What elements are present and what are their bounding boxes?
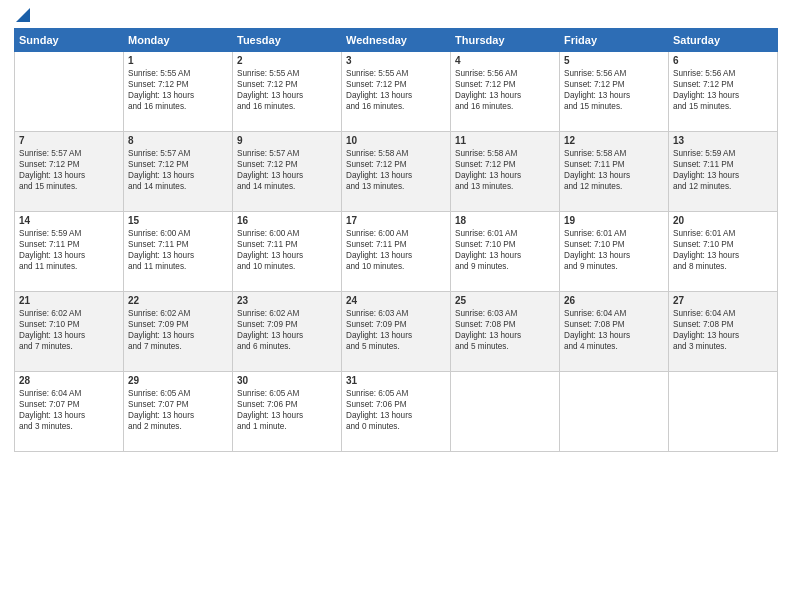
- calendar-cell: 12Sunrise: 5:58 AM Sunset: 7:11 PM Dayli…: [560, 132, 669, 212]
- day-number: 21: [19, 295, 119, 306]
- day-number: 17: [346, 215, 446, 226]
- cell-info: Sunrise: 5:58 AM Sunset: 7:12 PM Dayligh…: [346, 148, 446, 192]
- day-number: 30: [237, 375, 337, 386]
- calendar-cell: 16Sunrise: 6:00 AM Sunset: 7:11 PM Dayli…: [233, 212, 342, 292]
- page-container: Sunday Monday Tuesday Wednesday Thursday…: [0, 0, 792, 460]
- calendar-week-row: 1Sunrise: 5:55 AM Sunset: 7:12 PM Daylig…: [15, 52, 778, 132]
- calendar-week-row: 14Sunrise: 5:59 AM Sunset: 7:11 PM Dayli…: [15, 212, 778, 292]
- cell-info: Sunrise: 5:57 AM Sunset: 7:12 PM Dayligh…: [19, 148, 119, 192]
- header-saturday: Saturday: [669, 29, 778, 52]
- svg-marker-0: [16, 8, 30, 22]
- calendar-cell: 1Sunrise: 5:55 AM Sunset: 7:12 PM Daylig…: [124, 52, 233, 132]
- day-number: 9: [237, 135, 337, 146]
- calendar-cell: 22Sunrise: 6:02 AM Sunset: 7:09 PM Dayli…: [124, 292, 233, 372]
- calendar-cell: 21Sunrise: 6:02 AM Sunset: 7:10 PM Dayli…: [15, 292, 124, 372]
- cell-info: Sunrise: 6:04 AM Sunset: 7:08 PM Dayligh…: [564, 308, 664, 352]
- day-number: 22: [128, 295, 228, 306]
- calendar-cell: 31Sunrise: 6:05 AM Sunset: 7:06 PM Dayli…: [342, 372, 451, 452]
- day-number: 12: [564, 135, 664, 146]
- calendar-body: 1Sunrise: 5:55 AM Sunset: 7:12 PM Daylig…: [15, 52, 778, 452]
- calendar-cell: 4Sunrise: 5:56 AM Sunset: 7:12 PM Daylig…: [451, 52, 560, 132]
- cell-info: Sunrise: 6:05 AM Sunset: 7:06 PM Dayligh…: [237, 388, 337, 432]
- calendar-header: Sunday Monday Tuesday Wednesday Thursday…: [15, 29, 778, 52]
- cell-info: Sunrise: 6:05 AM Sunset: 7:06 PM Dayligh…: [346, 388, 446, 432]
- calendar-cell: 15Sunrise: 6:00 AM Sunset: 7:11 PM Dayli…: [124, 212, 233, 292]
- logo: [14, 12, 30, 22]
- calendar-cell: 10Sunrise: 5:58 AM Sunset: 7:12 PM Dayli…: [342, 132, 451, 212]
- calendar-cell: [669, 372, 778, 452]
- day-number: 27: [673, 295, 773, 306]
- day-number: 6: [673, 55, 773, 66]
- calendar-cell: 5Sunrise: 5:56 AM Sunset: 7:12 PM Daylig…: [560, 52, 669, 132]
- cell-info: Sunrise: 5:58 AM Sunset: 7:11 PM Dayligh…: [564, 148, 664, 192]
- cell-info: Sunrise: 5:57 AM Sunset: 7:12 PM Dayligh…: [128, 148, 228, 192]
- calendar-cell: [451, 372, 560, 452]
- day-number: 8: [128, 135, 228, 146]
- day-number: 14: [19, 215, 119, 226]
- cell-info: Sunrise: 5:59 AM Sunset: 7:11 PM Dayligh…: [673, 148, 773, 192]
- calendar-cell: [15, 52, 124, 132]
- day-number: 2: [237, 55, 337, 66]
- cell-info: Sunrise: 6:04 AM Sunset: 7:07 PM Dayligh…: [19, 388, 119, 432]
- day-number: 19: [564, 215, 664, 226]
- calendar-cell: 2Sunrise: 5:55 AM Sunset: 7:12 PM Daylig…: [233, 52, 342, 132]
- cell-info: Sunrise: 6:04 AM Sunset: 7:08 PM Dayligh…: [673, 308, 773, 352]
- cell-info: Sunrise: 6:03 AM Sunset: 7:09 PM Dayligh…: [346, 308, 446, 352]
- header-sunday: Sunday: [15, 29, 124, 52]
- day-number: 26: [564, 295, 664, 306]
- day-number: 16: [237, 215, 337, 226]
- cell-info: Sunrise: 6:01 AM Sunset: 7:10 PM Dayligh…: [564, 228, 664, 272]
- cell-info: Sunrise: 5:55 AM Sunset: 7:12 PM Dayligh…: [237, 68, 337, 112]
- day-number: 13: [673, 135, 773, 146]
- day-number: 5: [564, 55, 664, 66]
- cell-info: Sunrise: 6:01 AM Sunset: 7:10 PM Dayligh…: [673, 228, 773, 272]
- day-number: 15: [128, 215, 228, 226]
- cell-info: Sunrise: 5:55 AM Sunset: 7:12 PM Dayligh…: [128, 68, 228, 112]
- calendar-cell: 30Sunrise: 6:05 AM Sunset: 7:06 PM Dayli…: [233, 372, 342, 452]
- calendar-cell: 27Sunrise: 6:04 AM Sunset: 7:08 PM Dayli…: [669, 292, 778, 372]
- day-number: 20: [673, 215, 773, 226]
- header: [14, 12, 778, 22]
- cell-info: Sunrise: 6:03 AM Sunset: 7:08 PM Dayligh…: [455, 308, 555, 352]
- calendar-cell: 26Sunrise: 6:04 AM Sunset: 7:08 PM Dayli…: [560, 292, 669, 372]
- calendar-cell: 28Sunrise: 6:04 AM Sunset: 7:07 PM Dayli…: [15, 372, 124, 452]
- cell-info: Sunrise: 5:55 AM Sunset: 7:12 PM Dayligh…: [346, 68, 446, 112]
- calendar-cell: 23Sunrise: 6:02 AM Sunset: 7:09 PM Dayli…: [233, 292, 342, 372]
- cell-info: Sunrise: 5:59 AM Sunset: 7:11 PM Dayligh…: [19, 228, 119, 272]
- day-number: 4: [455, 55, 555, 66]
- logo-icon: [16, 8, 30, 22]
- day-number: 23: [237, 295, 337, 306]
- day-number: 28: [19, 375, 119, 386]
- calendar-cell: 3Sunrise: 5:55 AM Sunset: 7:12 PM Daylig…: [342, 52, 451, 132]
- calendar-cell: 18Sunrise: 6:01 AM Sunset: 7:10 PM Dayli…: [451, 212, 560, 292]
- weekday-header-row: Sunday Monday Tuesday Wednesday Thursday…: [15, 29, 778, 52]
- day-number: 31: [346, 375, 446, 386]
- cell-info: Sunrise: 6:00 AM Sunset: 7:11 PM Dayligh…: [128, 228, 228, 272]
- calendar-cell: 8Sunrise: 5:57 AM Sunset: 7:12 PM Daylig…: [124, 132, 233, 212]
- calendar-week-row: 28Sunrise: 6:04 AM Sunset: 7:07 PM Dayli…: [15, 372, 778, 452]
- cell-info: Sunrise: 6:01 AM Sunset: 7:10 PM Dayligh…: [455, 228, 555, 272]
- calendar-cell: 29Sunrise: 6:05 AM Sunset: 7:07 PM Dayli…: [124, 372, 233, 452]
- calendar-cell: 25Sunrise: 6:03 AM Sunset: 7:08 PM Dayli…: [451, 292, 560, 372]
- calendar-cell: 6Sunrise: 5:56 AM Sunset: 7:12 PM Daylig…: [669, 52, 778, 132]
- calendar-cell: 13Sunrise: 5:59 AM Sunset: 7:11 PM Dayli…: [669, 132, 778, 212]
- cell-info: Sunrise: 6:02 AM Sunset: 7:10 PM Dayligh…: [19, 308, 119, 352]
- header-monday: Monday: [124, 29, 233, 52]
- day-number: 11: [455, 135, 555, 146]
- calendar-cell: 7Sunrise: 5:57 AM Sunset: 7:12 PM Daylig…: [15, 132, 124, 212]
- day-number: 3: [346, 55, 446, 66]
- day-number: 1: [128, 55, 228, 66]
- header-wednesday: Wednesday: [342, 29, 451, 52]
- cell-info: Sunrise: 6:05 AM Sunset: 7:07 PM Dayligh…: [128, 388, 228, 432]
- day-number: 29: [128, 375, 228, 386]
- cell-info: Sunrise: 6:02 AM Sunset: 7:09 PM Dayligh…: [237, 308, 337, 352]
- day-number: 10: [346, 135, 446, 146]
- cell-info: Sunrise: 5:58 AM Sunset: 7:12 PM Dayligh…: [455, 148, 555, 192]
- cell-info: Sunrise: 5:57 AM Sunset: 7:12 PM Dayligh…: [237, 148, 337, 192]
- header-friday: Friday: [560, 29, 669, 52]
- cell-info: Sunrise: 5:56 AM Sunset: 7:12 PM Dayligh…: [673, 68, 773, 112]
- calendar-cell: 24Sunrise: 6:03 AM Sunset: 7:09 PM Dayli…: [342, 292, 451, 372]
- calendar-week-row: 7Sunrise: 5:57 AM Sunset: 7:12 PM Daylig…: [15, 132, 778, 212]
- calendar-cell: 9Sunrise: 5:57 AM Sunset: 7:12 PM Daylig…: [233, 132, 342, 212]
- calendar-cell: 11Sunrise: 5:58 AM Sunset: 7:12 PM Dayli…: [451, 132, 560, 212]
